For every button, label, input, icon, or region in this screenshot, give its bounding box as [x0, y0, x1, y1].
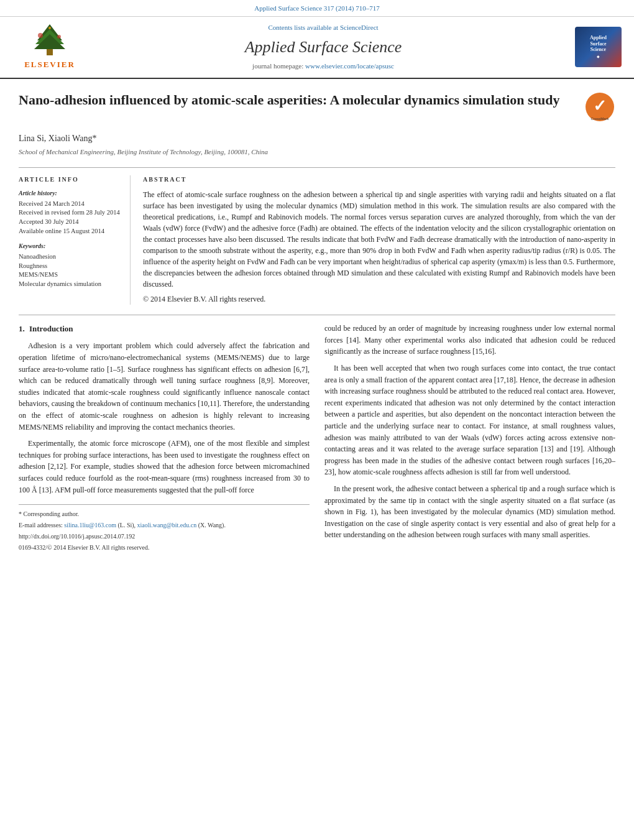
article-info-heading: ARTICLE INFO: [19, 175, 121, 185]
article-info: ARTICLE INFO Article history: Received 2…: [19, 175, 131, 305]
article-info-abstract: ARTICLE INFO Article history: Received 2…: [19, 167, 615, 305]
authors: Lina Si, Xiaoli Wang*: [19, 132, 615, 145]
body-two-col: 1. Introduction Adhesion is a very impor…: [19, 323, 615, 554]
keyword-2: Roughness: [19, 262, 121, 271]
keyword-4: Molecular dynamics simulation: [19, 280, 121, 289]
available-date: Available online 15 August 2014: [19, 227, 121, 236]
right-para-2: It has been well accepted that when two …: [324, 362, 615, 478]
citation-text: Applied Surface Science 317 (2014) 710–7…: [254, 4, 379, 12]
elsevier-label-text: ELSEVIER: [24, 59, 75, 71]
keywords-label: Keywords:: [19, 242, 121, 251]
article-container: Nano-adhesion influenced by atomic-scale…: [0, 79, 634, 567]
abstract-col: ABSTRACT The effect of atomic-scale surf…: [143, 175, 615, 305]
keyword-1: Nanoadhesion: [19, 252, 121, 262]
contents-line: Contents lists available at ScienceDirec…: [87, 23, 559, 33]
keyword-3: MEMS/NEMS: [19, 270, 121, 280]
abstract-heading: ABSTRACT: [143, 175, 615, 185]
body-left: 1. Introduction Adhesion is a very impor…: [19, 323, 310, 554]
svg-text:✓: ✓: [593, 96, 607, 115]
journal-homepage: journal homepage: www.elsevier.com/locat…: [87, 62, 559, 72]
section-1-title: 1. Introduction: [19, 323, 310, 335]
journal-url[interactable]: www.elsevier.com/locate/apsusc: [305, 62, 394, 70]
svg-point-5: [57, 35, 61, 39]
received-revised-date: Received in revised form 28 July 2014: [19, 208, 121, 218]
journal-title: Applied Surface Science: [87, 35, 559, 59]
and-text: and: [556, 445, 567, 453]
journal-logo-box: AppliedSurfaceScience ◆: [575, 27, 622, 67]
footnote-emails: E-mail addresses: silina.1liu@163.com (L…: [19, 521, 310, 530]
logo-box-text: AppliedSurfaceScience: [590, 35, 607, 53]
elsevier-logo: ELSEVIER: [12, 23, 87, 71]
received-date: Received 24 March 2014: [19, 200, 121, 209]
logo-box-sub: ◆: [597, 54, 600, 60]
article-title-section: Nano-adhesion influenced by atomic-scale…: [19, 91, 615, 127]
svg-point-4: [38, 33, 43, 38]
crossmark-logo[interactable]: ✓ CrossMark: [584, 91, 615, 122]
svg-point-6: [48, 27, 51, 29]
section-divider: [19, 315, 615, 315]
journal-center: Contents lists available at ScienceDirec…: [87, 23, 559, 72]
right-para-3: In the present work, the adhesive contac…: [324, 483, 615, 541]
abstract-text: The effect of atomic-scale surface rough…: [143, 189, 615, 290]
svg-text:CrossMark: CrossMark: [590, 117, 609, 121]
journal-citation: Applied Surface Science 317 (2014) 710–7…: [0, 0, 634, 17]
copyright-line: © 2014 Elsevier B.V. All rights reserved…: [143, 293, 615, 305]
body-right: could be reduced by an order of magnitud…: [324, 323, 615, 554]
journal-header: ELSEVIER Contents lists available at Sci…: [0, 17, 634, 79]
elsevier-tree-icon: [28, 23, 71, 57]
journal-logo-right: AppliedSurfaceScience ◆: [559, 27, 622, 67]
footnote-corresponding: * Corresponding author.: [19, 510, 310, 519]
body-para-2: Experimentally, the atomic force microsc…: [19, 438, 310, 496]
accepted-date: Accepted 30 July 2014: [19, 218, 121, 227]
footnote-section: * Corresponding author. E-mail addresses…: [19, 504, 310, 552]
history-label: Article history:: [19, 189, 121, 198]
doi-line[interactable]: http://dx.doi.org/10.1016/j.apsusc.2014.…: [19, 532, 310, 542]
article-title: Nano-adhesion influenced by atomic-scale…: [19, 91, 575, 109]
right-para-1: could be reduced by an order of magnitud…: [324, 323, 615, 358]
issn-line: 0169-4332/© 2014 Elsevier B.V. All right…: [19, 543, 310, 553]
affiliation: School of Mechanical Engineering, Beijin…: [19, 147, 615, 157]
body-para-1: Adhesion is a very important problem whi…: [19, 340, 310, 433]
